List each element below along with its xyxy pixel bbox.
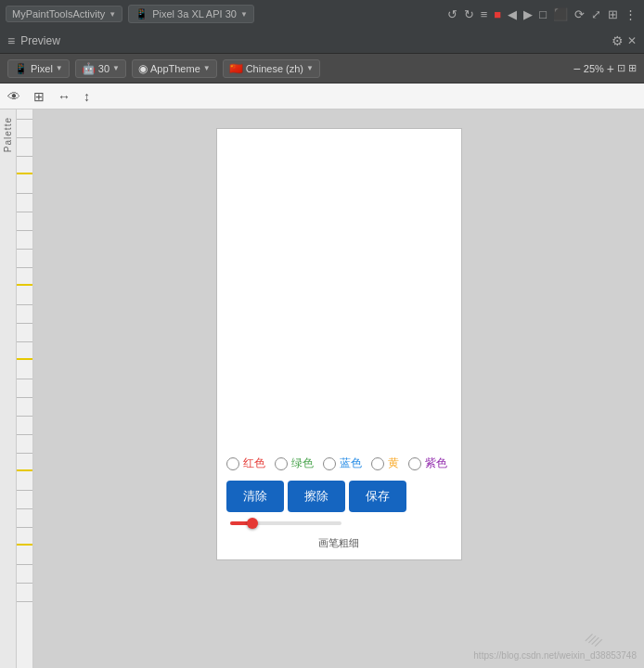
language-label: Chinese (zh) [246,63,303,74]
theme-icon: ◉ [138,62,148,75]
ruler-mark-5 [17,212,32,212]
canvas-area[interactable]: 红色 绿色 蓝色 黄 紫 [33,109,644,668]
zoom-control: − 25% + ⊡ ⊞ [573,61,637,76]
ruler-mark-15 [17,434,32,435]
action-btn-row: 清除 擦除 保存 [226,481,452,512]
phone-icon: 📱 [14,62,28,75]
radio-yellow-label: 黄 [388,456,399,471]
api-selector[interactable]: 🤖 30 ▼ [75,59,126,78]
phone-canvas[interactable] [217,129,461,444]
ruler-mark-17 [17,490,32,491]
radio-red-label: 红色 [243,456,265,471]
clear-button[interactable]: 清除 [226,481,284,512]
save-button[interactable]: 保存 [349,481,406,512]
ruler-mark-yellow-3 [17,358,32,360]
theme-selector[interactable]: ◉ AppTheme ▼ [132,59,217,78]
top-bar: MyPaintToolsActivity ▼ 📱 Pixel 3a XL API… [0,0,644,28]
rotate-icon[interactable]: ⟳ [573,6,586,23]
ruler-mark-yellow-2 [17,284,32,286]
second-bar-right: ⚙ ✕ [612,33,637,48]
gear-icon[interactable]: ⚙ [612,33,624,48]
prev-icon[interactable]: ◀ [506,6,519,23]
layout-icon[interactable]: ≡ [479,6,490,23]
device-icon: 📱 [135,7,148,20]
grid-icon[interactable]: ⊞ [606,6,620,23]
ruler-mark-3 [17,156,32,157]
ruler-mark-19 [17,527,32,528]
ruler-mark-yellow-1 [17,173,32,174]
ruler-mark-13 [17,397,32,398]
resync-icon[interactable]: ↻ [462,6,476,23]
ruler-mark-20 [17,564,32,565]
ruler-strip [17,109,33,668]
pixel-selector[interactable]: 📱 Pixel ▼ [7,59,70,78]
radio-blue[interactable]: 蓝色 [323,456,362,471]
eye-icon[interactable]: 👁 [4,87,24,106]
ruler-mark-11 [17,341,32,342]
ruler-mark-21 [17,583,32,584]
ruler-mark-18 [17,508,32,509]
vertical-expand-icon[interactable]: ↕ [80,87,94,106]
brush-label: 画笔粗细 [226,534,452,552]
radio-green[interactable]: 绿色 [275,456,314,471]
color-radio-row: 红色 绿色 蓝色 黄 紫 [226,456,452,471]
ruler-mark-4 [17,193,32,194]
radio-purple[interactable]: 紫色 [408,456,447,471]
ruler-mark-9 [17,304,32,305]
brush-slider-row [226,521,452,525]
radio-purple-circle[interactable] [408,457,421,470]
ruler-mark-2 [17,137,32,138]
second-bar: ≡ Preview ⚙ ✕ [0,28,644,54]
close-icon[interactable]: ✕ [627,34,637,47]
radio-blue-label: 蓝色 [340,456,362,471]
flag-icon: 🇨🇳 [229,62,243,75]
sync-icon[interactable]: ↺ [445,6,459,23]
zoom-level: 25% [584,63,604,74]
diagonal-lines-icon: //// [584,630,603,650]
radio-blue-circle[interactable] [323,457,336,470]
theme-label: AppTheme [150,63,200,74]
radio-yellow-circle[interactable] [371,457,384,470]
zoom-in-button[interactable]: + [607,61,614,76]
activity-selector[interactable]: MyPaintToolsActivity ▼ [6,6,122,22]
pixel-arrow: ▼ [56,64,63,72]
horizontal-expand-icon[interactable]: ↔ [54,87,74,106]
brush-slider-thumb[interactable] [247,518,258,529]
radio-red[interactable]: 红色 [226,456,265,471]
next-icon[interactable]: ▶ [522,6,535,23]
main-area: Palette [0,109,644,668]
more-icon[interactable]: ⋮ [623,6,638,23]
ruler-mark-yellow-5 [17,544,32,546]
palette-label: Palette [3,117,13,152]
phone-preview: 红色 绿色 蓝色 黄 紫 [216,128,462,560]
top-bar-icons: ↺ ↻ ≡ ■ ◀ ▶ □ ⬛ ⟳ ⤢ ⊞ ⋮ [445,6,638,23]
radio-yellow[interactable]: 黄 [371,456,399,471]
zoom-out-button[interactable]: − [573,61,581,76]
radio-green-circle[interactable] [275,457,288,470]
language-arrow: ▼ [306,64,314,72]
theme-arrow: ▼ [203,64,211,72]
monitor-icon[interactable]: ⬛ [551,6,570,23]
ruler-mark-8 [17,267,32,268]
ruler-mark-6 [17,230,32,231]
brush-slider-track[interactable] [230,521,341,525]
stop-icon[interactable]: ■ [492,6,503,23]
ruler-mark-12 [17,379,32,379]
zoom-reset-button[interactable]: ⊞ [628,62,637,74]
ruler-mark-10 [17,323,32,324]
hamburger-icon[interactable]: ≡ [7,33,15,48]
grid-toggle-icon[interactable]: ⊞ [30,87,48,106]
expand-icon[interactable]: ⤢ [589,6,603,23]
watermark-text: https://blog.csdn.net/weixin_d38853748 [473,650,637,661]
language-selector[interactable]: 🇨🇳 Chinese (zh) ▼ [223,59,320,78]
device-selector[interactable]: 📱 Pixel 3a XL API 30 ▼ [128,5,254,23]
api-arrow: ▼ [112,64,120,72]
phone-controls: 红色 绿色 蓝色 黄 紫 [217,444,461,559]
erase-button[interactable]: 擦除 [288,481,345,512]
capture-icon[interactable]: □ [537,6,548,23]
ruler-mark-7 [17,249,32,250]
palette-strip: Palette [0,109,17,668]
zoom-fit-button[interactable]: ⊡ [617,62,625,74]
radio-red-circle[interactable] [226,457,239,470]
radio-green-label: 绿色 [291,456,314,471]
